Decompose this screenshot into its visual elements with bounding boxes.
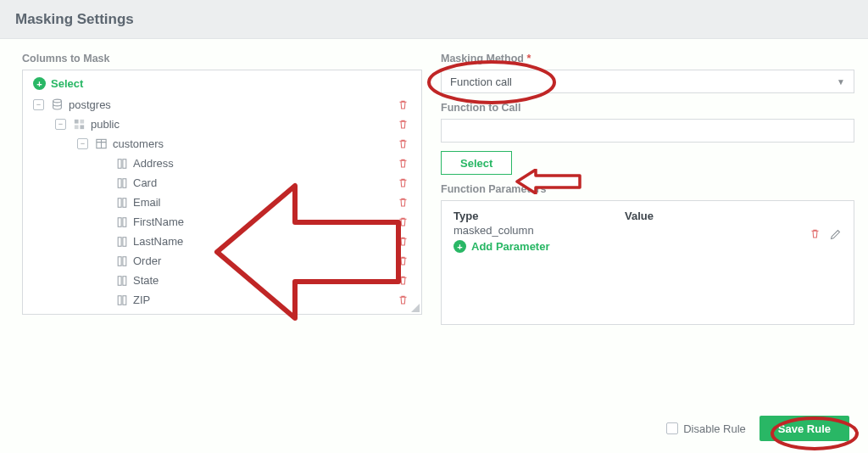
page-title: Masking Settings	[15, 11, 134, 28]
svg-rect-6	[118, 159, 121, 168]
collapse-icon[interactable]: −	[33, 99, 44, 110]
svg-rect-17	[123, 256, 126, 266]
tree-node-column[interactable]: Card	[33, 173, 411, 193]
svg-rect-7	[123, 159, 126, 168]
add-parameter-label: Add Parameter	[471, 240, 549, 253]
delete-icon[interactable]	[398, 294, 409, 306]
schema-icon	[73, 118, 86, 131]
params-header-type: Type	[453, 210, 625, 222]
delete-icon[interactable]	[398, 255, 409, 267]
tree-db-label: postgres	[69, 98, 111, 111]
param-type: masked_column	[453, 224, 625, 237]
delete-icon[interactable]	[398, 138, 409, 150]
tree-node-column[interactable]: LastName	[33, 232, 411, 251]
tree-schema-label: public	[91, 118, 120, 131]
delete-icon[interactable]	[398, 99, 409, 111]
save-rule-button[interactable]: Save Rule	[760, 416, 849, 441]
masking-method-dropdown[interactable]: Function call ▼	[441, 70, 854, 93]
svg-rect-14	[118, 237, 121, 246]
checkbox-icon	[666, 422, 678, 434]
svg-rect-9	[123, 178, 126, 187]
database-icon	[51, 98, 64, 111]
tree-node-column[interactable]: Email	[33, 193, 411, 212]
tree-node-column[interactable]: Order	[33, 251, 411, 271]
columns-to-mask-label: Columns to Mask	[22, 53, 422, 64]
svg-rect-1	[75, 120, 79, 124]
delete-icon[interactable]	[398, 177, 409, 189]
tree-column-label: Address	[133, 157, 174, 170]
delete-icon[interactable]	[398, 197, 409, 209]
column-icon	[116, 255, 128, 267]
resize-handle-icon[interactable]	[409, 302, 420, 312]
delete-icon[interactable]	[398, 275, 409, 287]
param-row: masked_column	[453, 224, 842, 237]
tree-column-label: FirstName	[133, 215, 184, 228]
column-icon	[116, 275, 128, 287]
plus-icon: +	[453, 240, 466, 253]
svg-rect-19	[123, 276, 126, 285]
function-to-call-input[interactable]	[441, 119, 854, 143]
tree-column-label: Order	[133, 254, 161, 267]
table-icon	[95, 137, 108, 150]
svg-point-0	[53, 99, 62, 103]
function-parameters-label: Function Parameters	[441, 183, 854, 195]
function-parameters-panel: Type Value masked_column	[441, 200, 854, 325]
tree-node-schema[interactable]: − public	[33, 115, 411, 134]
column-icon	[116, 158, 128, 170]
column-icon	[116, 216, 128, 228]
tree-table-label: customers	[113, 137, 164, 150]
svg-rect-12	[118, 217, 121, 226]
plus-icon: +	[33, 77, 46, 90]
column-icon	[116, 236, 128, 248]
delete-icon[interactable]	[398, 236, 409, 248]
tree-column-label: State	[133, 274, 159, 287]
tree-column-label: ZIP	[133, 294, 150, 306]
select-function-button[interactable]: Select	[441, 151, 512, 175]
svg-rect-2	[80, 120, 84, 124]
edit-param-icon[interactable]	[830, 228, 842, 243]
tree-node-column[interactable]: FirstName	[33, 212, 411, 232]
tree-node-column[interactable]: State	[33, 271, 411, 290]
svg-rect-4	[80, 125, 84, 129]
column-icon	[116, 197, 128, 209]
tree-node-column[interactable]: ZIP	[33, 290, 411, 310]
tree-node-database[interactable]: − postgres	[33, 95, 411, 115]
delete-icon[interactable]	[398, 216, 409, 228]
tree-node-column[interactable]: Address	[33, 154, 411, 173]
tree-column-label: Email	[133, 196, 161, 209]
svg-rect-3	[75, 125, 79, 129]
svg-rect-15	[123, 237, 126, 246]
params-header-value: Value	[625, 210, 654, 222]
add-parameter-button[interactable]: + Add Parameter	[453, 240, 842, 253]
svg-rect-16	[118, 256, 121, 266]
select-columns-button[interactable]: + Select	[33, 77, 411, 90]
svg-rect-10	[118, 198, 121, 207]
delete-icon[interactable]	[398, 119, 409, 131]
delete-icon[interactable]	[398, 158, 409, 170]
select-columns-label: Select	[51, 77, 83, 90]
svg-rect-21	[123, 295, 126, 305]
delete-param-icon[interactable]	[810, 228, 821, 240]
tree-node-table[interactable]: − customers	[33, 134, 411, 154]
collapse-icon[interactable]: −	[77, 138, 88, 149]
svg-rect-13	[123, 217, 126, 226]
function-to-call-label: Function to Call	[441, 102, 854, 114]
svg-rect-8	[118, 178, 121, 187]
collapse-icon[interactable]: −	[55, 119, 66, 130]
masking-method-value: Function call	[450, 76, 512, 88]
svg-rect-11	[123, 198, 126, 207]
column-icon	[116, 177, 128, 189]
columns-tree: − postgres −	[33, 95, 411, 310]
tree-column-label: Card	[133, 176, 157, 189]
column-icon	[116, 294, 128, 306]
masking-method-label: Masking Method *	[441, 53, 854, 64]
disable-rule-label: Disable Rule	[683, 422, 746, 435]
tree-column-label: LastName	[133, 235, 183, 248]
columns-panel: + Select − postgres	[22, 70, 422, 315]
disable-rule-checkbox[interactable]: Disable Rule	[666, 422, 746, 435]
svg-rect-20	[118, 295, 121, 305]
svg-rect-18	[118, 276, 121, 285]
chevron-down-icon: ▼	[837, 77, 845, 87]
